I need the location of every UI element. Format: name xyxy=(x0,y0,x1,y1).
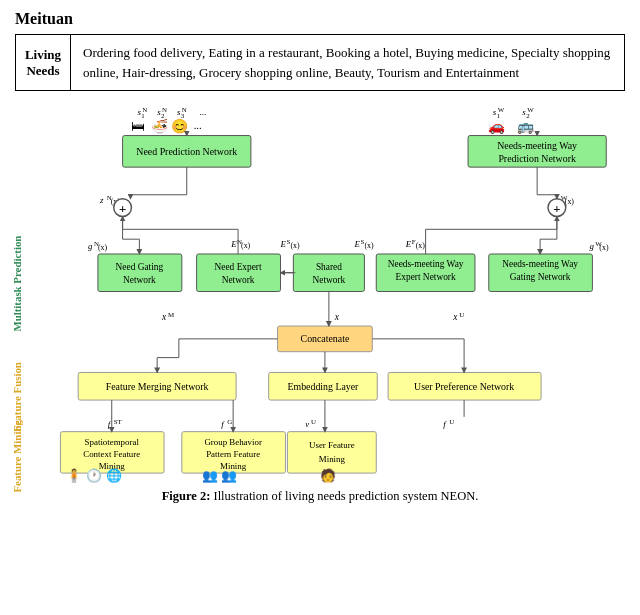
svg-text:x: x xyxy=(334,312,340,322)
svg-text:🕐: 🕐 xyxy=(86,468,103,484)
diagram-svg: Multitask Prediction Feature Fusion Feat… xyxy=(15,101,625,481)
svg-text:🧍: 🧍 xyxy=(66,468,83,484)
svg-text:Feature Merging Network: Feature Merging Network xyxy=(106,381,209,392)
svg-text:🌐: 🌐 xyxy=(106,468,123,484)
svg-text:G: G xyxy=(227,418,232,425)
svg-text:Pattern Feature: Pattern Feature xyxy=(206,449,260,459)
svg-text:Group Behavior: Group Behavior xyxy=(204,437,261,447)
svg-text:User Feature: User Feature xyxy=(309,440,355,450)
svg-text:Network: Network xyxy=(313,275,346,285)
caption-text: Illustration of living needs prediction … xyxy=(213,489,478,503)
svg-text:x: x xyxy=(161,312,167,322)
svg-text:🚗: 🚗 xyxy=(488,118,506,135)
multitask-label: Multitask Prediction xyxy=(11,236,23,332)
svg-text:🛏: 🛏 xyxy=(131,119,145,134)
svg-text:Mining: Mining xyxy=(319,454,346,464)
feature-mining-label: Feature Mining xyxy=(11,420,23,493)
svg-text:+: + xyxy=(553,202,560,216)
svg-text:U: U xyxy=(449,418,454,425)
svg-text:U: U xyxy=(459,311,464,318)
svg-text:v: v xyxy=(305,419,309,429)
svg-text:(x): (x) xyxy=(98,243,108,252)
svg-text:👥: 👥 xyxy=(221,468,238,484)
svg-text:(x): (x) xyxy=(290,241,300,250)
figure-caption: Figure 2: Illustration of living needs p… xyxy=(15,487,625,506)
svg-text:x: x xyxy=(452,312,458,322)
svg-rect-45 xyxy=(197,254,281,292)
svg-text:Gating Network: Gating Network xyxy=(510,272,571,282)
svg-text:(x): (x) xyxy=(599,243,609,252)
svg-text:(x): (x) xyxy=(416,241,426,250)
need-pred-label: Need Prediction Network xyxy=(136,146,237,157)
svg-text:Need Expert: Need Expert xyxy=(215,262,262,272)
svg-text:U: U xyxy=(311,418,316,425)
living-needs-table: LivingNeeds Ordering food delivery, Eati… xyxy=(15,34,625,91)
svg-text:f: f xyxy=(443,419,447,429)
svg-text:Needs-meeting Way: Needs-meeting Way xyxy=(502,259,578,269)
svg-rect-98 xyxy=(287,432,376,473)
svg-text:f: f xyxy=(221,419,225,429)
svg-text:+: + xyxy=(119,202,126,216)
svg-text:(x): (x) xyxy=(364,241,374,250)
svg-text:ST: ST xyxy=(114,418,123,425)
svg-text:🍜: 🍜 xyxy=(151,118,169,135)
svg-text:g: g xyxy=(589,241,594,251)
svg-text:(x): (x) xyxy=(565,197,575,206)
svg-text:g: g xyxy=(88,241,93,251)
diagram: Multitask Prediction Feature Fusion Feat… xyxy=(15,101,625,481)
svg-text:Prediction Network: Prediction Network xyxy=(498,153,576,164)
svg-text:🚌: 🚌 xyxy=(517,118,535,135)
living-needs-label: LivingNeeds xyxy=(16,35,71,90)
figure-label: Figure 2: xyxy=(162,489,211,503)
svg-text:z: z xyxy=(99,195,104,205)
svg-text:Context Feature: Context Feature xyxy=(83,449,140,459)
svg-text:Embedding Layer: Embedding Layer xyxy=(288,381,360,392)
svg-text:🧑: 🧑 xyxy=(320,468,337,484)
svg-rect-42 xyxy=(98,254,182,292)
svg-text:f: f xyxy=(108,419,112,429)
svg-text:E: E xyxy=(405,239,412,249)
svg-text:Network: Network xyxy=(222,275,255,285)
svg-text:...: ... xyxy=(194,119,202,131)
svg-text:Spatiotemporal: Spatiotemporal xyxy=(85,437,140,447)
svg-text:...: ... xyxy=(200,107,207,117)
svg-text:E: E xyxy=(280,239,287,249)
living-needs-content: Ordering food delivery, Eating in a rest… xyxy=(71,35,624,90)
svg-text:👥: 👥 xyxy=(202,468,219,484)
svg-rect-48 xyxy=(293,254,364,292)
svg-text:Network: Network xyxy=(123,275,156,285)
svg-text:User Preference Network: User Preference Network xyxy=(414,381,514,392)
svg-text:Need Gating: Need Gating xyxy=(116,262,164,272)
svg-text:😊: 😊 xyxy=(171,118,189,135)
svg-text:E: E xyxy=(354,239,361,249)
svg-text:Concatenate: Concatenate xyxy=(301,333,350,344)
svg-text:(x): (x) xyxy=(241,241,251,250)
svg-text:Needs-meeting Way: Needs-meeting Way xyxy=(497,140,577,151)
svg-text:Shared: Shared xyxy=(316,262,342,272)
svg-text:Expert Network: Expert Network xyxy=(396,272,456,282)
svg-text:M: M xyxy=(168,311,174,318)
svg-text:Needs-meeting Way: Needs-meeting Way xyxy=(388,259,464,269)
brand-title: Meituan xyxy=(15,10,625,28)
